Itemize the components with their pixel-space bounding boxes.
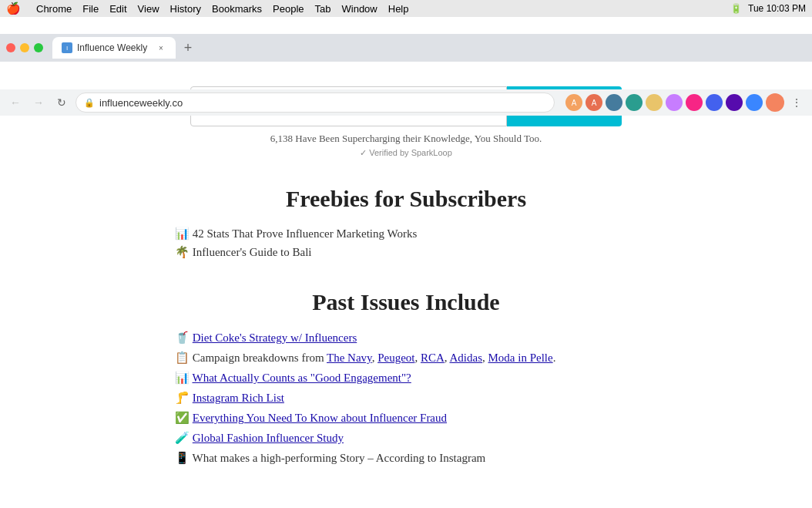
issue-emoji-5: ✅ xyxy=(175,412,190,424)
adblock-icon[interactable]: A xyxy=(586,94,602,111)
chrome-menu-button[interactable]: ⋮ xyxy=(787,93,806,112)
campaign-link-moda[interactable]: Moda in Pelle xyxy=(488,352,552,364)
issue-text-7: What makes a high-performing Story – Acc… xyxy=(192,452,485,464)
toolbar-ext-6[interactable] xyxy=(706,94,723,111)
menu-view[interactable]: View xyxy=(138,3,159,15)
menu-people[interactable]: People xyxy=(273,3,304,15)
minimize-window-button[interactable] xyxy=(20,43,29,52)
freebie-emoji-1: 📊 xyxy=(175,227,190,240)
tab-bar: I Influence Weekly × + xyxy=(52,37,806,59)
toolbar-icons: A A ⋮ xyxy=(565,93,806,112)
forward-button[interactable]: → xyxy=(29,93,48,112)
issue-emoji-2: 📋 xyxy=(175,352,190,364)
issue-link-5[interactable]: Everything You Need To Know about Influe… xyxy=(193,412,447,424)
list-item: 🧪 Global Fashion Influencer Study xyxy=(175,428,637,448)
address-bar: ← → ↻ 🔒 influenceweekly.co A A ⋮ xyxy=(0,89,812,116)
list-item: 📊 What Actually Counts as "Good Engageme… xyxy=(175,368,637,388)
new-tab-button[interactable]: + xyxy=(179,39,197,57)
issue-link-3[interactable]: What Actually Counts as "Good Engagement… xyxy=(192,372,411,384)
address-bar-input[interactable]: 🔒 influenceweekly.co xyxy=(75,93,555,113)
past-issues-heading: Past Issues Include xyxy=(312,289,499,315)
back-button[interactable]: ← xyxy=(6,93,25,112)
verified-text: ✓ Verified by SparkLoop xyxy=(360,148,452,158)
issue-link-6[interactable]: Global Fashion Influencer Study xyxy=(193,432,344,444)
issue-emoji-1: 🥤 xyxy=(175,331,190,344)
close-window-button[interactable] xyxy=(6,43,15,52)
toolbar-ext-1[interactable] xyxy=(606,94,622,111)
campaign-link-peugeot[interactable]: Peugeot xyxy=(377,352,414,364)
campaign-link-navy[interactable]: The Navy xyxy=(327,352,372,364)
list-item: ✅ Everything You Need To Know about Infl… xyxy=(175,408,637,428)
issue-emoji-3: 📊 xyxy=(175,372,190,384)
toolbar-ext-8[interactable] xyxy=(746,94,763,111)
menu-file[interactable]: File xyxy=(82,3,99,15)
list-item: 🌴 Influencer's Guide to Bali xyxy=(175,243,637,261)
lock-icon: 🔒 xyxy=(84,98,95,108)
toolbar-ext-4[interactable] xyxy=(666,94,683,111)
menu-window[interactable]: Window xyxy=(342,3,377,15)
freebie-text-2: Influencer's Guide to Bali xyxy=(193,246,312,258)
menu-edit[interactable]: Edit xyxy=(109,3,126,15)
campaign-link-rca[interactable]: RCA xyxy=(421,352,445,364)
url-display: influenceweekly.co xyxy=(99,97,546,109)
freebie-emoji-2: 🌴 xyxy=(175,246,190,258)
maximize-window-button[interactable] xyxy=(34,43,43,52)
social-proof-text: 6,138 Have Been Supercharging their Know… xyxy=(270,133,542,145)
tab-title: Influence Weekly xyxy=(77,42,151,53)
reload-button[interactable]: ↻ xyxy=(52,93,71,112)
list-item: 📊 42 Stats That Prove Influencer Marketi… xyxy=(175,224,637,243)
browser-tab[interactable]: I Influence Weekly × xyxy=(52,37,176,59)
profile-icon[interactable] xyxy=(766,93,784,112)
menubar-right: 🔋 Tue 10:03 PM xyxy=(730,3,806,14)
issue-link-4[interactable]: Instagram Rich List xyxy=(193,392,284,404)
freebies-heading: Freebies for Subscribers xyxy=(286,186,526,212)
time: Tue 10:03 PM xyxy=(748,3,806,14)
list-item: 📋 Campaign breakdowns from The Navy, Peu… xyxy=(175,348,637,368)
menu-tab[interactable]: Tab xyxy=(315,3,331,15)
tab-close-button[interactable]: × xyxy=(156,42,166,53)
list-item: 🦵 Instagram Rich List xyxy=(175,388,637,408)
apple-icon: 🍎 xyxy=(6,2,21,15)
extensions-icon[interactable]: A xyxy=(565,94,582,111)
toolbar-ext-3[interactable] xyxy=(646,94,663,111)
campaign-text-before: Campaign breakdowns from xyxy=(193,352,327,364)
list-item: 📱 What makes a high-performing Story – A… xyxy=(175,448,637,468)
campaign-link-adidas[interactable]: Adidas xyxy=(449,352,482,364)
menu-bookmarks[interactable]: Bookmarks xyxy=(212,3,262,15)
freebie-text-1: 42 Stats That Prove Influencer Marketing… xyxy=(193,227,418,240)
traffic-lights xyxy=(6,43,43,52)
past-issues-list: 🥤 Diet Coke's Strategy w/ Influencers 📋 … xyxy=(175,328,637,468)
menu-help[interactable]: Help xyxy=(388,3,409,15)
toolbar-ext-5[interactable] xyxy=(686,94,703,111)
app-name: Chrome xyxy=(36,3,72,15)
freebies-list: 📊 42 Stats That Prove Influencer Marketi… xyxy=(175,224,637,261)
page-content: I WANT IT 6,138 Have Been Supercharging … xyxy=(0,71,812,483)
list-item: 🥤 Diet Coke's Strategy w/ Influencers xyxy=(175,328,637,348)
issue-link-1[interactable]: Diet Coke's Strategy w/ Influencers xyxy=(193,331,357,344)
toolbar-ext-7[interactable] xyxy=(726,94,743,111)
chrome-titlebar: I Influence Weekly × + xyxy=(0,34,812,62)
battery-icon: 🔋 xyxy=(730,3,742,14)
tab-favicon: I xyxy=(62,42,72,53)
menu-history[interactable]: History xyxy=(170,3,201,15)
menubar-items: Chrome File Edit View History Bookmarks … xyxy=(36,3,409,15)
issue-emoji-7: 📱 xyxy=(175,452,190,464)
issue-emoji-4: 🦵 xyxy=(175,392,190,404)
issue-emoji-6: 🧪 xyxy=(175,432,190,444)
menubar: 🍎 Chrome File Edit View History Bookmark… xyxy=(0,0,812,17)
toolbar-ext-2[interactable] xyxy=(626,94,643,111)
